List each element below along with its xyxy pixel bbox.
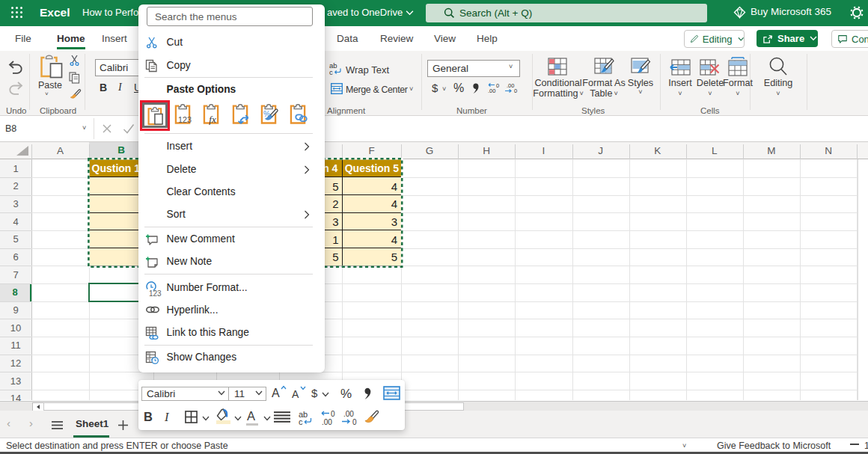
svg-text:.00: .00	[488, 88, 495, 93]
svg-text:123: 123	[178, 115, 192, 124]
svg-text:123: 123	[149, 289, 162, 297]
svg-text:.00: .00	[322, 418, 332, 426]
svg-text:c: c	[329, 68, 333, 76]
svg-text:fx: fx	[209, 114, 216, 125]
svg-text:0: 0	[352, 418, 357, 426]
svg-text:0: 0	[496, 82, 499, 89]
svg-text:0: 0	[514, 88, 517, 93]
svg-text:0: 0	[331, 410, 335, 418]
svg-text:.00: .00	[507, 82, 514, 89]
svg-text:c: c	[299, 417, 303, 426]
svg-text:.00: .00	[343, 410, 354, 418]
